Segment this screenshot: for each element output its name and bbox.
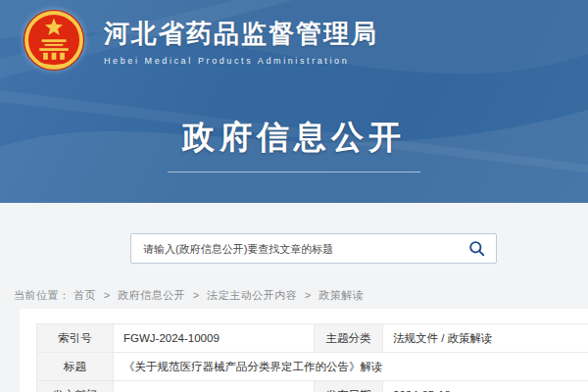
- org-name-cn: 河北省药品监督管理局: [104, 17, 378, 51]
- table-row: 索引号 FGWJ-2024-10009 主题分类 法规文件 / 政策解读: [37, 324, 588, 353]
- table-row: 标题 《关于规范医疗器械产品分类界定工作的公告》解读: [37, 353, 588, 381]
- breadcrumb-separator: >: [104, 289, 111, 301]
- index-number-label: 索引号: [37, 324, 114, 353]
- hero-banner: 河北省药品监督管理局 Hebei Medical Products Admini…: [0, 0, 588, 203]
- breadcrumb-item-statutory-content[interactable]: 法定主动公开内容: [207, 289, 297, 301]
- breadcrumb: 当前位置： 首页 > 政府信息公开 > 法定主动公开内容 > 政策解读: [14, 288, 588, 303]
- publish-date-value: 2024-05-13: [383, 381, 588, 392]
- content-panel: 索引号 FGWJ-2024-10009 主题分类 法规文件 / 政策解读 标题 …: [20, 309, 588, 392]
- search-button[interactable]: [463, 234, 496, 263]
- title-value: 《关于规范医疗器械产品分类界定工作的公告》解读: [114, 353, 588, 381]
- breadcrumb-separator: >: [193, 289, 200, 301]
- breadcrumb-separator: >: [305, 289, 312, 301]
- breadcrumb-item-info-disclosure[interactable]: 政府信息公开: [118, 289, 185, 301]
- issuing-department-value: [114, 381, 315, 392]
- search-section: 当前位置： 首页 > 政府信息公开 > 法定主动公开内容 > 政策解读: [0, 203, 588, 303]
- org-name-en: Hebei Medical Products Administration: [104, 56, 378, 66]
- banner-underline: [168, 172, 420, 172]
- search-box: [130, 233, 497, 264]
- site-header: 河北省药品监督管理局 Hebei Medical Products Admini…: [14, 6, 378, 74]
- topic-category-label: 主题分类: [315, 324, 383, 353]
- breadcrumb-item-policy-interpretation: 政策解读: [318, 289, 364, 301]
- breadcrumb-item-home[interactable]: 首页: [74, 289, 96, 301]
- document-info-table: 索引号 FGWJ-2024-10009 主题分类 法规文件 / 政策解读 标题 …: [36, 323, 588, 392]
- national-emblem-icon: [14, 6, 94, 74]
- page-title: 政府信息公开: [182, 116, 406, 160]
- search-input[interactable]: [131, 234, 463, 263]
- table-row: 发文部门 发布日期 2024-05-13: [37, 381, 588, 392]
- publish-date-label: 发布日期: [315, 381, 383, 392]
- breadcrumb-label: 当前位置：: [14, 289, 71, 301]
- issuing-department-label: 发文部门: [37, 381, 114, 392]
- title-label: 标题: [37, 353, 114, 381]
- index-number-value: FGWJ-2024-10009: [114, 324, 315, 353]
- topic-category-value: 法规文件 / 政策解读: [383, 324, 588, 353]
- search-icon: [467, 239, 486, 258]
